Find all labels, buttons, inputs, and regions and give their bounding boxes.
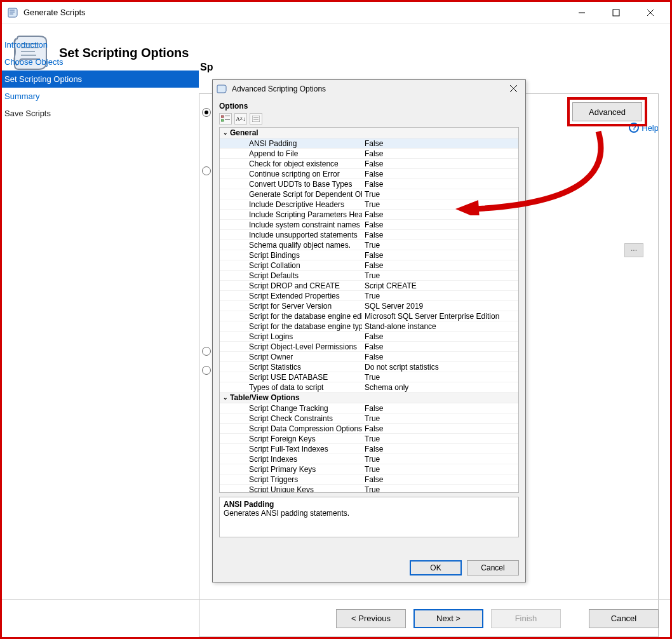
property-value[interactable]: False: [362, 251, 518, 260]
property-value[interactable]: False: [362, 353, 518, 361]
property-row[interactable]: Script USE DATABASETrue: [220, 372, 518, 382]
property-row[interactable]: Append to FileFalse: [220, 149, 518, 159]
property-value[interactable]: Script CREATE: [362, 281, 518, 290]
property-value[interactable]: True: [362, 271, 518, 280]
close-button[interactable]: [633, 2, 668, 24]
chevron-down-icon: ⌄: [221, 394, 230, 401]
property-group-header[interactable]: ⌄Table/View Options: [220, 393, 518, 403]
property-row[interactable]: Generate Script for Dependent ObjectsTru…: [220, 189, 518, 199]
property-value[interactable]: False: [362, 445, 518, 454]
property-row[interactable]: Check for object existenceFalse: [220, 159, 518, 169]
property-value[interactable]: False: [362, 180, 518, 189]
property-row[interactable]: Include unsupported statementsFalse: [220, 230, 518, 240]
property-value[interactable]: Schema only: [362, 383, 518, 392]
dialog-ok-button[interactable]: OK: [410, 560, 462, 575]
categorized-button[interactable]: [219, 113, 232, 124]
property-value[interactable]: True: [362, 455, 518, 464]
options-heading: Options: [219, 102, 519, 111]
property-value[interactable]: False: [362, 159, 518, 168]
property-row[interactable]: Script for the database engine editionMi…: [220, 311, 518, 321]
nav-introduction[interactable]: Introduction: [2, 36, 199, 53]
cancel-button[interactable]: Cancel: [589, 609, 659, 628]
property-value[interactable]: False: [362, 231, 518, 239]
property-value[interactable]: False: [362, 220, 518, 229]
property-row[interactable]: Script StatisticsDo not script statistic…: [220, 362, 518, 372]
minimize-button[interactable]: [565, 2, 599, 24]
nav-summary[interactable]: Summary: [2, 88, 199, 105]
property-row[interactable]: Script DROP and CREATEScript CREATE: [220, 281, 518, 291]
property-row[interactable]: Script CollationFalse: [220, 260, 518, 271]
property-group-header[interactable]: ⌄General: [220, 128, 518, 138]
property-value[interactable]: SQL Server 2019: [362, 302, 518, 311]
property-value[interactable]: False: [362, 261, 518, 270]
property-value[interactable]: False: [362, 475, 518, 484]
property-label: Script Change Tracking: [220, 404, 362, 413]
property-row[interactable]: Script for Server VersionSQL Server 2019: [220, 301, 518, 311]
svg-rect-8: [221, 119, 224, 121]
property-row[interactable]: Script Data Compression OptionsFalse: [220, 424, 518, 434]
property-label: Script Foreign Keys: [220, 434, 362, 443]
browse-button[interactable]: ...: [624, 243, 643, 257]
property-value[interactable]: True: [362, 190, 518, 199]
property-value[interactable]: Microsoft SQL Server Enterprise Edition: [362, 312, 518, 321]
advanced-button[interactable]: Advanced: [572, 102, 642, 121]
property-value[interactable]: Do not script statistics: [362, 363, 518, 372]
property-row[interactable]: Script Unique KeysTrue: [220, 485, 518, 493]
alphabetical-button[interactable]: AZ↓: [234, 113, 247, 124]
property-row[interactable]: ANSI PaddingFalse: [220, 138, 518, 149]
property-value[interactable]: True: [362, 485, 518, 494]
property-pages-button[interactable]: [250, 113, 262, 124]
window-title: Generate Scripts: [24, 8, 86, 17]
property-row[interactable]: Script Check ConstraintsTrue: [220, 414, 518, 424]
property-value[interactable]: False: [362, 149, 518, 158]
property-row[interactable]: Script OwnerFalse: [220, 352, 518, 362]
property-row[interactable]: Script DefaultsTrue: [220, 271, 518, 281]
property-row[interactable]: Script Foreign KeysTrue: [220, 434, 518, 444]
property-grid[interactable]: ⌄GeneralANSI PaddingFalseAppend to FileF…: [219, 127, 519, 493]
property-row[interactable]: Script IndexesTrue: [220, 454, 518, 464]
property-value[interactable]: True: [362, 292, 518, 300]
property-row[interactable]: Script Primary KeysTrue: [220, 464, 518, 474]
property-value[interactable]: False: [362, 210, 518, 219]
property-row[interactable]: Types of data to scriptSchema only: [220, 382, 518, 393]
property-value[interactable]: True: [362, 200, 518, 209]
property-value[interactable]: True: [362, 465, 518, 474]
property-row[interactable]: Continue scripting on ErrorFalse: [220, 169, 518, 179]
property-row[interactable]: Script for the database engine typeStand…: [220, 321, 518, 332]
previous-button[interactable]: < Previous: [336, 609, 406, 628]
property-value[interactable]: False: [362, 332, 518, 341]
property-row[interactable]: Script Extended PropertiesTrue: [220, 291, 518, 301]
property-row[interactable]: Include Descriptive HeadersTrue: [220, 199, 518, 210]
property-row[interactable]: Script BindingsFalse: [220, 250, 518, 260]
property-row[interactable]: Convert UDDTs to Base TypesFalse: [220, 179, 518, 189]
property-label: Script Bindings: [220, 251, 362, 260]
nav-save-scripts[interactable]: Save Scripts: [2, 105, 199, 122]
property-row[interactable]: Script Change TrackingFalse: [220, 403, 518, 414]
property-value[interactable]: Stand-alone instance: [362, 322, 518, 331]
property-row[interactable]: Script LoginsFalse: [220, 332, 518, 342]
property-value[interactable]: True: [362, 241, 518, 250]
property-value[interactable]: True: [362, 414, 518, 423]
nav-set-scripting-options[interactable]: Set Scripting Options: [2, 71, 199, 88]
property-row[interactable]: Script Full-Text IndexesFalse: [220, 444, 518, 454]
property-value[interactable]: False: [362, 404, 518, 413]
maximize-button[interactable]: [599, 2, 633, 24]
property-row[interactable]: Script Object-Level PermissionsFalse: [220, 342, 518, 352]
nav-choose-objects[interactable]: Choose Objects: [2, 53, 199, 71]
property-value[interactable]: False: [362, 424, 518, 433]
property-value[interactable]: True: [362, 373, 518, 382]
property-value[interactable]: False: [362, 342, 518, 351]
property-value[interactable]: False: [362, 170, 518, 178]
property-row[interactable]: Schema qualify object names.True: [220, 240, 518, 250]
property-label: Script DROP and CREATE: [220, 281, 362, 290]
property-value[interactable]: True: [362, 434, 518, 443]
dialog-close-button[interactable]: [505, 84, 521, 94]
next-button[interactable]: Next >: [413, 609, 483, 628]
property-value[interactable]: False: [362, 139, 518, 148]
property-label: ANSI Padding: [220, 139, 362, 148]
dialog-cancel-button[interactable]: Cancel: [467, 560, 519, 575]
property-label: Script Unique Keys: [220, 485, 362, 494]
property-row[interactable]: Script TriggersFalse: [220, 474, 518, 485]
property-row[interactable]: Include Scripting Parameters HeaderFalse: [220, 210, 518, 220]
property-row[interactable]: Include system constraint namesFalse: [220, 220, 518, 230]
